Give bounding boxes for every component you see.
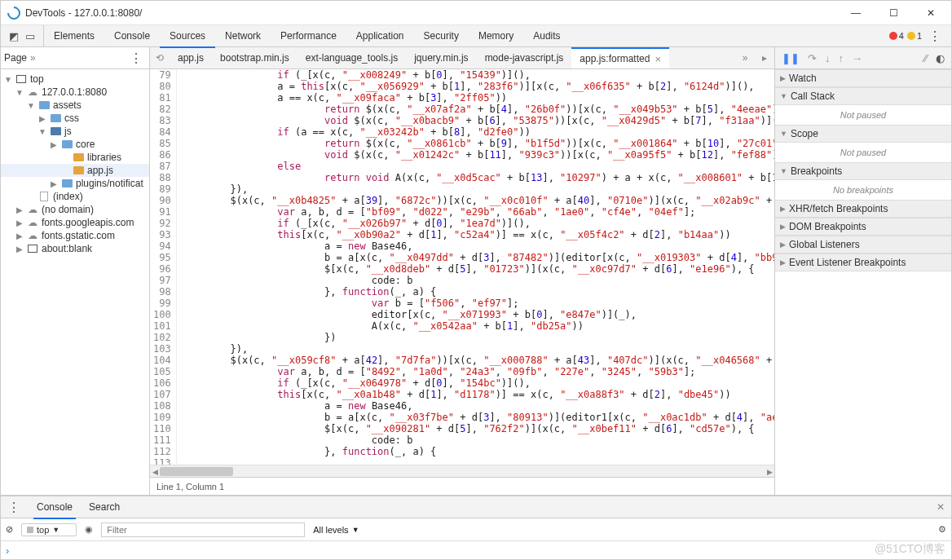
tree-item[interactable]: ▼☁127.0.0.1:8080 — [1, 86, 149, 99]
log-levels-selector[interactable]: All levels▼ — [313, 525, 359, 535]
file-tab[interactable]: mode-javascript.js — [477, 47, 572, 68]
drawer-tab-console[interactable]: Console — [33, 496, 76, 518]
devtools-icon — [5, 3, 24, 22]
tree-label: plugins/notificat — [76, 178, 143, 189]
step-out-icon[interactable]: ↑ — [839, 52, 844, 64]
main-tab-console[interactable]: Console — [104, 25, 160, 47]
drawer-tab-search[interactable]: Search — [86, 496, 123, 518]
error-count-badge[interactable]: 4 — [889, 31, 904, 41]
debugger-section-body: Not paused — [775, 143, 951, 162]
warning-count-badge[interactable]: 1 — [907, 31, 922, 41]
debugger-section-header[interactable]: ▼Breakpoints — [775, 162, 951, 180]
chevron-right-icon[interactable]: » — [30, 52, 36, 64]
tree-label: fonts.googleapis.com — [42, 217, 134, 228]
main-tab-application[interactable]: Application — [346, 25, 414, 47]
deactivate-breakpoints-icon[interactable]: ⁄⁄ — [924, 52, 928, 64]
tree-label: libraries — [87, 152, 121, 163]
scroll-left-arrow[interactable]: ◀ — [150, 465, 160, 477]
main-tab-audits[interactable]: Audits — [523, 25, 570, 47]
horizontal-scrollbar[interactable]: ◀ ▶ — [150, 465, 774, 477]
scroll-thumb[interactable] — [160, 467, 233, 476]
debugger-section-header[interactable]: ▼Call Stack — [775, 87, 951, 105]
execution-context-selector[interactable]: top ▼ — [21, 523, 77, 536]
inspect-element-icon[interactable]: ◩ — [7, 29, 20, 42]
scroll-right-arrow[interactable]: ▶ — [765, 465, 774, 477]
maximize-button[interactable]: ☐ — [875, 1, 912, 25]
tree-item[interactable]: ▶☁fonts.gstatic.com — [1, 229, 149, 242]
minimize-button[interactable]: — — [837, 1, 875, 25]
file-tab[interactable]: app.js — [170, 47, 212, 68]
device-toolbar-icon[interactable]: ▭ — [24, 29, 37, 42]
close-drawer-icon[interactable]: ✕ — [933, 501, 948, 513]
main-tab-performance[interactable]: Performance — [271, 25, 346, 47]
line-gutter: 79 80 81 82 83 84 85 86 87 88 89 90 91 9… — [150, 69, 177, 465]
debugger-section-header[interactable]: ▶XHR/fetch Breakpoints — [775, 200, 951, 218]
tree-label: js — [64, 126, 72, 137]
pause-on-exceptions-icon[interactable]: ◐ — [936, 52, 945, 64]
main-tab-memory[interactable]: Memory — [469, 25, 523, 47]
tree-label: css — [64, 112, 79, 124]
debugger-section-header[interactable]: ▼Scope — [775, 125, 951, 143]
box-icon — [15, 73, 27, 85]
debugger-section-header[interactable]: ▶Event Listener Breakpoints — [775, 254, 951, 271]
live-expression-icon[interactable]: ◉ — [85, 524, 93, 535]
source-editor[interactable]: 79 80 81 82 83 84 85 86 87 88 89 90 91 9… — [150, 69, 774, 465]
titlebar: DevTools - 127.0.0.1:8080/ — ☐ ✕ — [1, 1, 951, 25]
tree-label: 127.0.0.1:8080 — [42, 86, 107, 98]
tree-item[interactable]: ▼assets — [1, 99, 149, 112]
folder-icon — [50, 112, 61, 124]
file-tree[interactable]: ▼top▼☁127.0.0.1:8080▼assets▶css▼js▶corel… — [1, 69, 149, 495]
drawer-menu-icon[interactable]: ⋮ — [4, 500, 24, 515]
tree-label: app.js — [87, 165, 113, 176]
tree-item[interactable]: ▶core — [1, 138, 149, 151]
debugger-pane: ❚❚ ↷ ↓ ↑ → ⁄⁄ ◐ ▶Watch▼Call StackNot pau… — [775, 47, 951, 495]
tree-item[interactable]: ▶plugins/notificat — [1, 177, 149, 190]
tree-label: (no domain) — [42, 204, 94, 215]
cloud-icon: ☁ — [27, 230, 38, 241]
tree-item[interactable]: ▶☁(no domain) — [1, 203, 149, 216]
settings-menu-icon[interactable]: ⋮ — [925, 29, 945, 44]
history-nav-icon[interactable]: ⟲ — [152, 50, 168, 66]
main-tab-elements[interactable]: Elements — [44, 25, 104, 47]
close-tab-icon[interactable]: × — [654, 53, 661, 65]
tree-item[interactable]: ▼js — [1, 125, 149, 138]
console-filter-input[interactable] — [101, 523, 305, 537]
main-tab-security[interactable]: Security — [414, 25, 469, 47]
tree-item[interactable]: (index) — [1, 190, 149, 203]
more-tabs-icon[interactable]: » — [737, 50, 753, 66]
step-over-icon[interactable]: ↷ — [808, 52, 817, 64]
file-tabs: ⟲ app.jsbootstrap.min.jsext-language_too… — [150, 47, 774, 69]
debugger-section-header[interactable]: ▶Global Listeners — [775, 236, 951, 254]
tree-item[interactable]: app.js — [1, 164, 149, 177]
file-tab[interactable]: jquery.min.js — [406, 47, 476, 68]
cloud-icon: ☁ — [27, 217, 38, 228]
run-snippet-icon[interactable]: ▸ — [756, 50, 773, 66]
folder-icon — [61, 139, 73, 150]
step-icon[interactable]: → — [852, 52, 862, 64]
code-content[interactable]: if (_[x(c, "__x008249" + b[0], "15439")]… — [177, 69, 774, 465]
tree-item[interactable]: libraries — [1, 151, 149, 164]
file-tab[interactable]: ext-language_tools.js — [298, 47, 406, 68]
file-tab[interactable]: app.js:formatted× — [571, 47, 669, 68]
main-tab-sources[interactable]: Sources — [160, 25, 215, 47]
tree-item[interactable]: ▶css — [1, 112, 149, 125]
folder-icon — [61, 178, 73, 189]
console-prompt[interactable]: › — [1, 541, 951, 559]
window-title: DevTools - 127.0.0.1:8080/ — [25, 7, 837, 19]
console-settings-icon[interactable]: ⚙ — [938, 524, 946, 535]
close-button[interactable]: ✕ — [912, 1, 950, 25]
pause-icon[interactable]: ❚❚ — [782, 52, 800, 64]
page-tab[interactable]: Page — [4, 52, 27, 64]
debugger-section-header[interactable]: ▶DOM Breakpoints — [775, 218, 951, 236]
navigator-menu-icon[interactable]: ⋮ — [126, 51, 146, 66]
tree-item[interactable]: ▶☁fonts.googleapis.com — [1, 216, 149, 229]
file-tab[interactable]: bootstrap.min.js — [212, 47, 298, 68]
clear-console-icon[interactable]: ⊘ — [6, 524, 13, 535]
folder-dark-icon — [50, 126, 61, 137]
tree-label: assets — [53, 99, 82, 111]
step-into-icon[interactable]: ↓ — [825, 52, 831, 64]
main-tab-network[interactable]: Network — [215, 25, 271, 47]
debugger-section-header[interactable]: ▶Watch — [775, 69, 951, 87]
tree-item[interactable]: ▶about:blank — [1, 242, 149, 255]
tree-item[interactable]: ▼top — [1, 73, 149, 86]
